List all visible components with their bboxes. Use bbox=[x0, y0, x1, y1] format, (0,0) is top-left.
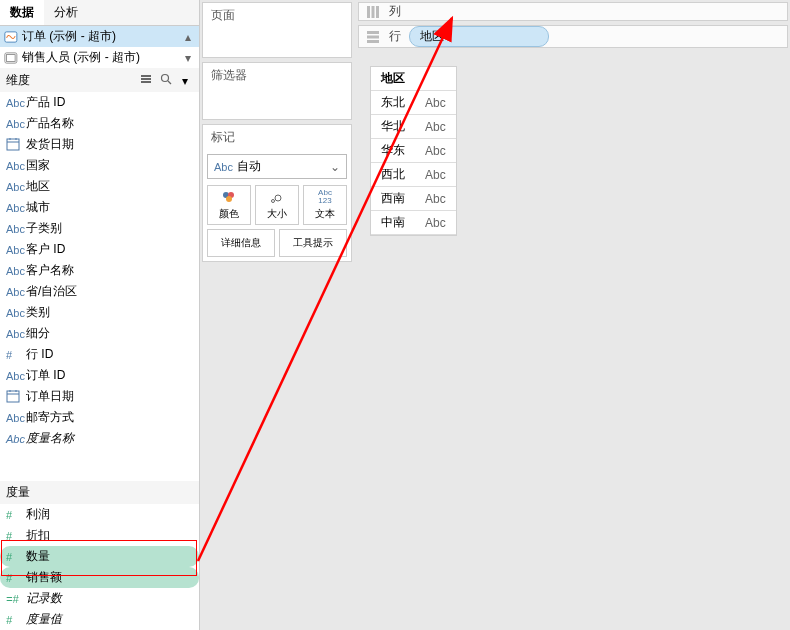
svg-rect-22 bbox=[372, 6, 375, 18]
measure-field[interactable]: #度量值 bbox=[0, 609, 199, 630]
scroll-down-icon[interactable]: ▾ bbox=[181, 51, 195, 65]
dimension-field[interactable]: Abc客户名称 bbox=[0, 260, 199, 281]
viz-view[interactable]: 地区 东北Abc华北Abc华东Abc西北Abc西南Abc中南Abc bbox=[370, 66, 457, 236]
measure-field[interactable]: #销售额 bbox=[0, 567, 199, 588]
svg-rect-12 bbox=[7, 391, 19, 402]
viz-row-value: Abc bbox=[415, 91, 456, 115]
dimension-field[interactable]: Abc国家 bbox=[0, 155, 199, 176]
field-label: 客户 ID bbox=[26, 241, 65, 258]
viz-row[interactable]: 华东Abc bbox=[371, 139, 456, 163]
dimension-field[interactable]: Abc子类别 bbox=[0, 218, 199, 239]
marks-size-button[interactable]: 大小 bbox=[255, 185, 299, 225]
tab-data[interactable]: 数据 bbox=[0, 0, 44, 25]
dimension-field[interactable]: Abc度量名称 bbox=[0, 428, 199, 449]
filters-card[interactable]: 筛选器 bbox=[202, 62, 352, 120]
svg-point-6 bbox=[161, 75, 168, 82]
viz-row-value: Abc bbox=[415, 115, 456, 139]
field-label: 行 ID bbox=[26, 346, 53, 363]
measure-field[interactable]: #利润 bbox=[0, 504, 199, 525]
marks-color-label: 颜色 bbox=[219, 207, 239, 221]
dimension-field[interactable]: Abc地区 bbox=[0, 176, 199, 197]
field-label: 订单 ID bbox=[26, 367, 65, 384]
svg-rect-8 bbox=[7, 139, 19, 150]
columns-shelf[interactable]: 列 bbox=[358, 2, 788, 21]
dropdown-icon[interactable]: ▾ bbox=[177, 73, 193, 89]
viz-row-value: Abc bbox=[415, 211, 456, 235]
dimensions-list: Abc产品 IDAbc产品名称发货日期Abc国家Abc地区Abc城市Abc子类别… bbox=[0, 92, 199, 449]
viz-row-label: 东北 bbox=[371, 91, 415, 115]
marks-text-button[interactable]: Abc123 文本 bbox=[303, 185, 347, 225]
datasource-item[interactable]: 订单 (示例 - 超市) ▴ bbox=[0, 26, 199, 47]
viz-row-label: 中南 bbox=[371, 211, 415, 235]
datasource-icon bbox=[4, 52, 18, 64]
tab-analysis[interactable]: 分析 bbox=[44, 0, 88, 25]
viz-row-value: Abc bbox=[415, 187, 456, 211]
viz-row-label: 华北 bbox=[371, 115, 415, 139]
viz-header: 地区 bbox=[371, 67, 415, 91]
text-icon: Abc123 bbox=[317, 189, 333, 205]
dimension-field[interactable]: Abc城市 bbox=[0, 197, 199, 218]
measure-field[interactable]: #数量 bbox=[0, 546, 199, 567]
svg-rect-25 bbox=[367, 35, 379, 38]
field-label: 发货日期 bbox=[26, 136, 74, 153]
svg-rect-4 bbox=[141, 78, 151, 80]
scroll-up-icon[interactable]: ▴ bbox=[181, 30, 195, 44]
field-label: 城市 bbox=[26, 199, 50, 216]
abc-icon: Abc bbox=[214, 161, 233, 173]
measures-header: 度量 bbox=[0, 481, 199, 504]
search-icon[interactable] bbox=[158, 71, 174, 87]
measure-field[interactable]: =#记录数 bbox=[0, 588, 199, 609]
viz-row[interactable]: 西北Abc bbox=[371, 163, 456, 187]
svg-rect-3 bbox=[141, 75, 151, 77]
pages-label: 页面 bbox=[203, 3, 351, 28]
dimension-field[interactable]: Abc产品名称 bbox=[0, 113, 199, 134]
pages-card[interactable]: 页面 bbox=[202, 2, 352, 58]
dimension-field[interactable]: 订单日期 bbox=[0, 386, 199, 407]
dimension-field[interactable]: Abc产品 ID bbox=[0, 92, 199, 113]
columns-label: 列 bbox=[389, 3, 401, 20]
svg-point-20 bbox=[275, 195, 281, 201]
measures-label: 度量 bbox=[6, 485, 30, 499]
marks-color-button[interactable]: 颜色 bbox=[207, 185, 251, 225]
viz-row[interactable]: 东北Abc bbox=[371, 91, 456, 115]
dimension-field[interactable]: Abc客户 ID bbox=[0, 239, 199, 260]
field-label: 产品名称 bbox=[26, 115, 74, 132]
dimensions-menu-icon[interactable] bbox=[138, 71, 154, 87]
dimension-field[interactable]: #行 ID bbox=[0, 344, 199, 365]
viz-row-label: 华东 bbox=[371, 139, 415, 163]
data-panel: 数据 分析 订单 (示例 - 超市) ▴ 销售人员 (示例 - 超市) ▾ 维度 bbox=[0, 0, 200, 630]
viz-table: 地区 东北Abc华北Abc华东Abc西北Abc西南Abc中南Abc bbox=[371, 67, 456, 235]
viz-row[interactable]: 华北Abc bbox=[371, 115, 456, 139]
dimension-field[interactable]: Abc邮寄方式 bbox=[0, 407, 199, 428]
field-label: 国家 bbox=[26, 157, 50, 174]
dimension-field[interactable]: Abc类别 bbox=[0, 302, 199, 323]
chevron-down-icon: ⌄ bbox=[330, 160, 340, 174]
marks-detail-button[interactable]: 详细信息 bbox=[207, 229, 275, 257]
datasource-name: 销售人员 (示例 - 超市) bbox=[22, 49, 140, 66]
dimension-field[interactable]: Abc省/自治区 bbox=[0, 281, 199, 302]
rows-shelf[interactable]: 行 地区 bbox=[358, 25, 788, 48]
svg-point-18 bbox=[226, 196, 232, 202]
field-label: 订单日期 bbox=[26, 388, 74, 405]
filters-label: 筛选器 bbox=[203, 63, 351, 88]
viz-row[interactable]: 中南Abc bbox=[371, 211, 456, 235]
datasource-name: 订单 (示例 - 超市) bbox=[22, 28, 116, 45]
marks-tooltip-button[interactable]: 工具提示 bbox=[279, 229, 347, 257]
dimensions-label: 维度 bbox=[6, 72, 30, 89]
viz-row[interactable]: 西南Abc bbox=[371, 187, 456, 211]
measure-field[interactable]: #折扣 bbox=[0, 525, 199, 546]
marks-type-dropdown[interactable]: Abc 自动 ⌄ bbox=[207, 154, 347, 179]
field-label: 度量值 bbox=[26, 611, 62, 628]
row-pill-region[interactable]: 地区 bbox=[409, 26, 549, 47]
measures-list: #利润#折扣#数量#销售额=#记录数#度量值 bbox=[0, 504, 199, 630]
dimension-field[interactable]: Abc订单 ID bbox=[0, 365, 199, 386]
columns-icon bbox=[365, 4, 381, 20]
field-label: 度量名称 bbox=[26, 430, 74, 447]
field-label: 折扣 bbox=[26, 527, 50, 544]
dimension-field[interactable]: 发货日期 bbox=[0, 134, 199, 155]
worksheet-area: 页面 筛选器 标记 Abc 自动 ⌄ bbox=[200, 0, 790, 630]
rows-label: 行 bbox=[389, 28, 401, 45]
datasource-item[interactable]: 销售人员 (示例 - 超市) ▾ bbox=[0, 47, 199, 68]
viz-row-value: Abc bbox=[415, 139, 456, 163]
dimension-field[interactable]: Abc细分 bbox=[0, 323, 199, 344]
